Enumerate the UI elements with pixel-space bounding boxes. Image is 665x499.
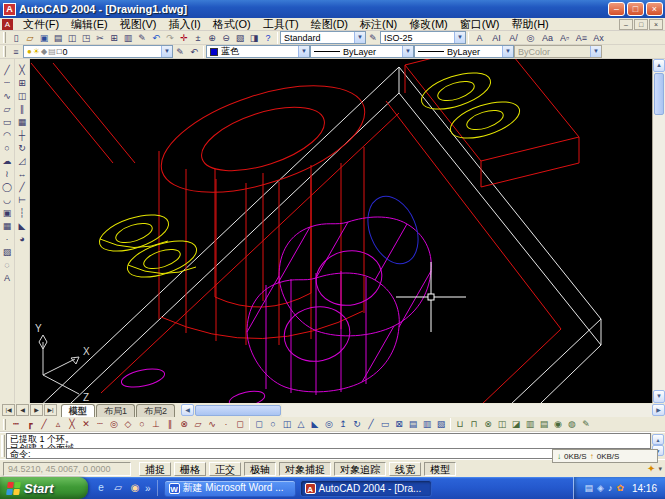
ellipse-icon[interactable]: ◯	[1, 180, 14, 193]
setup-view-icon[interactable]: ▥	[420, 418, 434, 431]
snap-perpendicular-icon[interactable]: ⊥	[149, 418, 163, 431]
scale-icon[interactable]: ◿	[16, 154, 29, 167]
mdi-minimize-button[interactable]: –	[619, 19, 633, 30]
toolbar-grip[interactable]	[3, 32, 6, 43]
task-word[interactable]: W 新建 Microsoft Word ...	[164, 480, 296, 497]
offset-icon[interactable]: ∥	[16, 102, 29, 115]
horizontal-scrollbar[interactable]: ◀ ▶	[181, 404, 665, 417]
snap-from-icon[interactable]: ┏	[23, 418, 37, 431]
extrude-faces-icon[interactable]: ◫	[495, 418, 509, 431]
fillet-icon[interactable]: ◕	[16, 232, 29, 245]
move-faces-icon[interactable]: ◪	[509, 418, 523, 431]
solids-cone-icon[interactable]: △	[294, 418, 308, 431]
solids-wedge-icon[interactable]: ◣	[308, 418, 322, 431]
tray-device-icon[interactable]: ◈	[597, 482, 604, 494]
osnap-settings-icon[interactable]: ◻	[233, 418, 247, 431]
zoom-previous-icon[interactable]: ⊖	[219, 31, 233, 44]
quicklaunch-show-desktop-icon[interactable]: ▱	[111, 481, 125, 495]
delete-faces-icon[interactable]: ▤	[537, 418, 551, 431]
revcloud-icon[interactable]: ☁	[1, 154, 14, 167]
menu-draw[interactable]: 绘图(D)	[305, 18, 354, 31]
make-block-icon[interactable]: ▦	[1, 219, 14, 232]
tab-layout1[interactable]: 布局1	[96, 404, 135, 417]
solids-torus-icon[interactable]: ◎	[322, 418, 336, 431]
extend-icon[interactable]: ⊢	[16, 193, 29, 206]
rotate-faces-icon[interactable]: ◉	[551, 418, 565, 431]
insert-block-icon[interactable]: ▣	[1, 206, 14, 219]
layer-manager-icon[interactable]: ≡	[9, 45, 23, 58]
union-icon[interactable]: ⊔	[453, 418, 467, 431]
spline-icon[interactable]: ≀	[1, 167, 14, 180]
chevron-more-icon[interactable]: »	[145, 483, 151, 494]
toggle-otrack[interactable]: 对象追踪	[334, 462, 386, 476]
interfere-icon[interactable]: ⊠	[392, 418, 406, 431]
snap-insert-icon[interactable]: ▱	[191, 418, 205, 431]
layer-previous-icon[interactable]: ↶	[187, 45, 201, 58]
scroll-down-icon[interactable]: ▼	[653, 390, 665, 403]
snap-apparent-intersection-icon[interactable]: ✕	[79, 418, 93, 431]
close-button[interactable]: ×	[646, 2, 663, 16]
array-icon[interactable]: ▦	[16, 115, 29, 128]
open-icon[interactable]: ▱	[23, 31, 37, 44]
circle-icon[interactable]: ○	[1, 141, 14, 154]
quicklaunch-ie-icon[interactable]: e	[94, 481, 108, 495]
text-style-icon[interactable]: Aa	[539, 31, 556, 44]
mtext-icon[interactable]: A	[471, 31, 488, 44]
coordinates-readout[interactable]: 94.5210, 45.0067, 0.0000	[3, 462, 131, 476]
construction-line-icon[interactable]: ┄	[1, 76, 14, 89]
setup-drawing-icon[interactable]: ▤	[406, 418, 420, 431]
solids-cylinder-icon[interactable]: ◫	[280, 418, 294, 431]
bulb-icon[interactable]: ●	[27, 47, 32, 56]
mdi-restore-button[interactable]: □	[634, 19, 648, 30]
convert-text-icon[interactable]: Ax	[590, 31, 607, 44]
toggle-lineweight[interactable]: 线宽	[389, 462, 421, 476]
toggle-grid[interactable]: 栅格	[174, 462, 206, 476]
snap-node-icon[interactable]: ⊗	[177, 418, 191, 431]
chevron-down-icon[interactable]: ▼	[298, 46, 309, 57]
tab-last-button[interactable]: ▶|	[44, 404, 57, 416]
snap-nearest-icon[interactable]: ∿	[205, 418, 219, 431]
single-text-icon[interactable]: AI	[488, 31, 505, 44]
toolbar-grip[interactable]	[3, 46, 6, 57]
properties-icon[interactable]: ◨	[247, 31, 261, 44]
revolve-icon[interactable]: ↻	[350, 418, 364, 431]
region-icon[interactable]: ◌	[1, 258, 14, 271]
snap-midpoint-icon[interactable]: ▵	[51, 418, 65, 431]
vertical-scrollbar[interactable]: ▲ ▼	[652, 59, 665, 403]
zoom-window-icon[interactable]: ⊕	[205, 31, 219, 44]
solids-sphere-icon[interactable]: ○	[266, 418, 280, 431]
scroll-right-icon[interactable]: ▶	[652, 404, 665, 416]
scroll-up-icon[interactable]: ▲	[652, 434, 664, 445]
solids-box-icon[interactable]: ◻	[252, 418, 266, 431]
dim-style-icon[interactable]: ✎	[366, 31, 380, 44]
menu-window[interactable]: 窗口(W)	[454, 18, 506, 31]
ellipse-arc-icon[interactable]: ◡	[1, 193, 14, 206]
text-style-combo[interactable]: Standard ▼	[280, 31, 366, 44]
lineweight-combo[interactable]: ByLayer ▼	[414, 45, 514, 58]
menu-file[interactable]: 文件(F)	[17, 18, 65, 31]
command-window-grip[interactable]	[1, 435, 5, 457]
restore-button[interactable]: □	[627, 2, 644, 16]
chevron-down-icon[interactable]: ▼	[402, 46, 413, 57]
menu-modify[interactable]: 修改(M)	[403, 18, 454, 31]
copy-faces-icon[interactable]: ✎	[579, 418, 593, 431]
tab-next-button[interactable]: ▶	[30, 404, 43, 416]
tab-model[interactable]: 模型	[61, 404, 95, 417]
polyline-icon[interactable]: ∿	[1, 89, 14, 102]
extrude-icon[interactable]: ↥	[336, 418, 350, 431]
new-icon[interactable]: ▯	[9, 31, 23, 44]
rotate-icon[interactable]: ↻	[16, 141, 29, 154]
copy-object-icon[interactable]: ⊞	[16, 76, 29, 89]
temp-track-point-icon[interactable]: ┅	[9, 418, 23, 431]
cut-icon[interactable]: ✂	[93, 31, 107, 44]
drawing-canvas[interactable]: Y X Z	[30, 59, 652, 403]
chevron-down-icon[interactable]: ▼	[502, 46, 513, 57]
toggle-ortho[interactable]: 正交	[209, 462, 241, 476]
start-button[interactable]: Start	[0, 477, 88, 499]
snap-tangent-icon[interactable]: ○	[135, 418, 149, 431]
point-icon[interactable]: ·	[1, 232, 14, 245]
hatch-icon[interactable]: ▨	[1, 245, 14, 258]
chevron-down-icon[interactable]: ▼	[161, 46, 172, 57]
menu-format[interactable]: 格式(O)	[207, 18, 257, 31]
communication-center-icon[interactable]: ✦	[647, 463, 655, 474]
